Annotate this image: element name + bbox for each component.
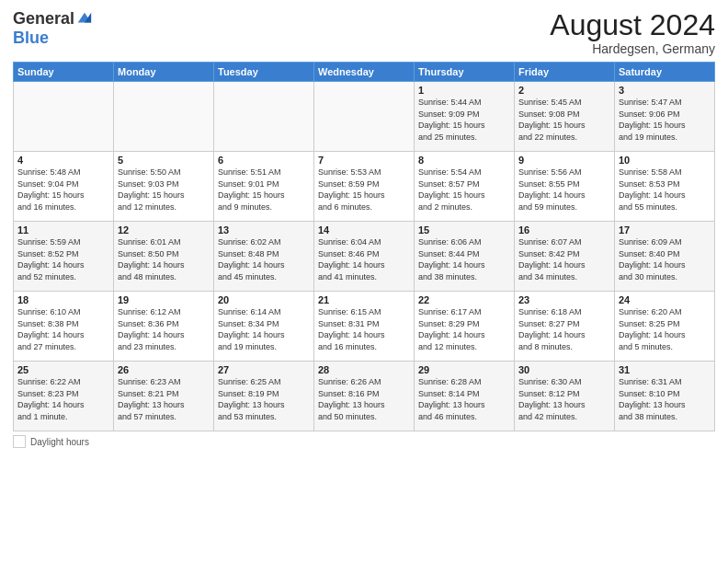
day-number: 3 [619,85,711,96]
day-info: Sunrise: 6:20 AM Sunset: 8:25 PM Dayligh… [619,306,711,352]
day-number: 6 [218,155,310,166]
table-row: 4Sunrise: 5:48 AM Sunset: 9:04 PM Daylig… [14,152,114,222]
table-row: 12Sunrise: 6:01 AM Sunset: 8:50 PM Dayli… [114,222,214,292]
day-info: Sunrise: 5:47 AM Sunset: 9:06 PM Dayligh… [619,97,711,143]
day-info: Sunrise: 6:14 AM Sunset: 8:34 PM Dayligh… [218,306,310,352]
calendar-week-row: 1Sunrise: 5:44 AM Sunset: 9:09 PM Daylig… [14,82,715,152]
day-number: 4 [17,155,109,166]
logo: General Blue [13,9,93,48]
table-row [314,82,415,152]
table-row: 2Sunrise: 5:45 AM Sunset: 9:08 PM Daylig… [515,82,615,152]
month-year-title: August 2024 [550,9,715,41]
col-wednesday: Wednesday [314,63,415,82]
table-row: 5Sunrise: 5:50 AM Sunset: 9:03 PM Daylig… [114,152,214,222]
calendar-header-row: Sunday Monday Tuesday Wednesday Thursday… [14,63,715,82]
day-number: 12 [118,224,210,236]
day-info: Sunrise: 5:45 AM Sunset: 9:08 PM Dayligh… [518,97,610,143]
day-info: Sunrise: 6:01 AM Sunset: 8:50 PM Dayligh… [118,236,210,282]
day-info: Sunrise: 6:25 AM Sunset: 8:19 PM Dayligh… [218,376,310,422]
table-row [214,82,314,152]
day-info: Sunrise: 5:44 AM Sunset: 9:09 PM Dayligh… [418,97,510,143]
table-row: 30Sunrise: 6:30 AM Sunset: 8:12 PM Dayli… [515,362,615,431]
day-info: Sunrise: 6:15 AM Sunset: 8:31 PM Dayligh… [318,306,410,352]
day-number: 1 [418,85,510,96]
day-number: 18 [17,294,109,305]
day-info: Sunrise: 6:02 AM Sunset: 8:48 PM Dayligh… [218,236,310,282]
day-number: 28 [318,364,410,375]
logo-icon [76,11,93,28]
day-number: 8 [418,155,510,166]
page-container: General Blue August 2024 Hardegsen, Germ… [0,0,728,563]
legend-label: Daylight hours [30,437,89,447]
calendar-week-row: 25Sunrise: 6:22 AM Sunset: 8:23 PM Dayli… [14,362,715,431]
legend-box [13,435,26,448]
legend: Daylight hours [13,435,715,448]
day-number: 14 [318,224,410,236]
day-number: 25 [17,364,109,375]
day-number: 9 [518,155,610,166]
table-row: 21Sunrise: 6:15 AM Sunset: 8:31 PM Dayli… [314,292,415,362]
table-row: 23Sunrise: 6:18 AM Sunset: 8:27 PM Dayli… [515,292,615,362]
table-row: 6Sunrise: 5:51 AM Sunset: 9:01 PM Daylig… [214,152,314,222]
calendar-week-row: 4Sunrise: 5:48 AM Sunset: 9:04 PM Daylig… [14,152,715,222]
title-block: August 2024 Hardegsen, Germany [550,9,715,56]
logo-blue-text: Blue [13,29,49,48]
day-info: Sunrise: 6:09 AM Sunset: 8:40 PM Dayligh… [619,236,711,282]
table-row: 22Sunrise: 6:17 AM Sunset: 8:29 PM Dayli… [415,292,515,362]
day-number: 26 [118,364,210,375]
table-row: 18Sunrise: 6:10 AM Sunset: 8:38 PM Dayli… [14,292,114,362]
table-row [114,82,214,152]
table-row: 3Sunrise: 5:47 AM Sunset: 9:06 PM Daylig… [615,82,715,152]
day-number: 29 [418,364,510,375]
calendar-table: Sunday Monday Tuesday Wednesday Thursday… [13,62,715,431]
table-row: 19Sunrise: 6:12 AM Sunset: 8:36 PM Dayli… [114,292,214,362]
day-number: 13 [218,224,310,236]
table-row: 10Sunrise: 5:58 AM Sunset: 8:53 PM Dayli… [615,152,715,222]
col-friday: Friday [515,63,615,82]
day-number: 27 [218,364,310,375]
table-row: 7Sunrise: 5:53 AM Sunset: 8:59 PM Daylig… [314,152,415,222]
day-info: Sunrise: 5:53 AM Sunset: 8:59 PM Dayligh… [318,167,410,213]
logo-general: General [13,9,74,29]
table-row: 16Sunrise: 6:07 AM Sunset: 8:42 PM Dayli… [515,222,615,292]
day-number: 10 [619,155,711,166]
day-number: 21 [318,294,410,305]
header: General Blue August 2024 Hardegsen, Germ… [13,9,715,56]
day-number: 19 [118,294,210,305]
day-info: Sunrise: 5:51 AM Sunset: 9:01 PM Dayligh… [218,167,310,213]
day-info: Sunrise: 5:54 AM Sunset: 8:57 PM Dayligh… [418,167,510,213]
day-number: 15 [418,224,510,236]
table-row [14,82,114,152]
day-info: Sunrise: 6:28 AM Sunset: 8:14 PM Dayligh… [418,376,510,422]
day-info: Sunrise: 5:50 AM Sunset: 9:03 PM Dayligh… [118,167,210,213]
col-thursday: Thursday [415,63,515,82]
day-number: 30 [518,364,610,375]
day-info: Sunrise: 6:22 AM Sunset: 8:23 PM Dayligh… [17,376,109,422]
table-row: 1Sunrise: 5:44 AM Sunset: 9:09 PM Daylig… [415,82,515,152]
table-row: 29Sunrise: 6:28 AM Sunset: 8:14 PM Dayli… [415,362,515,431]
day-number: 24 [619,294,711,305]
table-row: 31Sunrise: 6:31 AM Sunset: 8:10 PM Dayli… [615,362,715,431]
day-info: Sunrise: 6:23 AM Sunset: 8:21 PM Dayligh… [118,376,210,422]
table-row: 15Sunrise: 6:06 AM Sunset: 8:44 PM Dayli… [415,222,515,292]
day-number: 16 [518,224,610,236]
day-number: 17 [619,224,711,236]
table-row: 26Sunrise: 6:23 AM Sunset: 8:21 PM Dayli… [114,362,214,431]
day-number: 11 [17,224,109,236]
col-tuesday: Tuesday [214,63,314,82]
day-number: 23 [518,294,610,305]
table-row: 28Sunrise: 6:26 AM Sunset: 8:16 PM Dayli… [314,362,415,431]
table-row: 17Sunrise: 6:09 AM Sunset: 8:40 PM Dayli… [615,222,715,292]
calendar-week-row: 11Sunrise: 5:59 AM Sunset: 8:52 PM Dayli… [14,222,715,292]
table-row: 14Sunrise: 6:04 AM Sunset: 8:46 PM Dayli… [314,222,415,292]
day-info: Sunrise: 6:07 AM Sunset: 8:42 PM Dayligh… [518,236,610,282]
table-row: 27Sunrise: 6:25 AM Sunset: 8:19 PM Dayli… [214,362,314,431]
day-number: 5 [118,155,210,166]
day-info: Sunrise: 6:26 AM Sunset: 8:16 PM Dayligh… [318,376,410,422]
col-saturday: Saturday [615,63,715,82]
col-sunday: Sunday [14,63,114,82]
day-number: 7 [318,155,410,166]
day-info: Sunrise: 6:06 AM Sunset: 8:44 PM Dayligh… [418,236,510,282]
day-info: Sunrise: 6:31 AM Sunset: 8:10 PM Dayligh… [619,376,711,422]
day-info: Sunrise: 6:10 AM Sunset: 8:38 PM Dayligh… [17,306,109,352]
